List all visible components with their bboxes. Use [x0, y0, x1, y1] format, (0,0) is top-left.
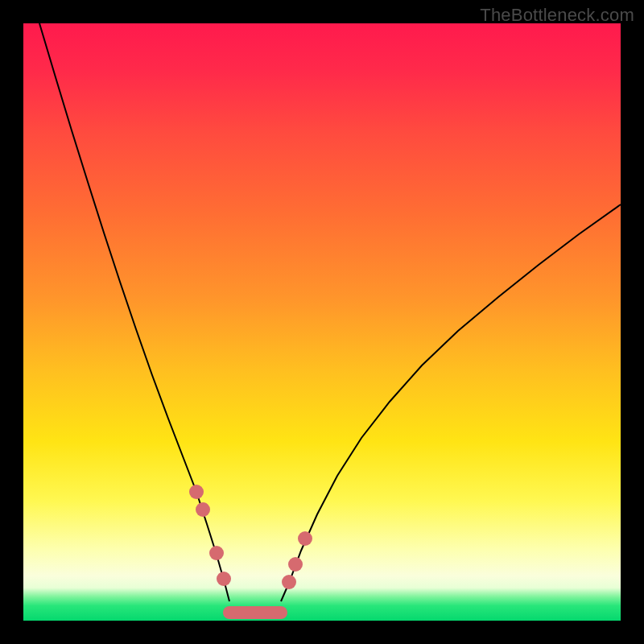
chart-frame: TheBottleneck.com — [0, 0, 644, 644]
right-curve — [281, 204, 621, 601]
marker-dot — [209, 546, 224, 560]
marker-dot — [288, 557, 303, 572]
curve-layer — [23, 23, 621, 621]
watermark-text: TheBottleneck.com — [480, 5, 634, 26]
marker-dot — [189, 485, 204, 499]
marker-dot — [282, 575, 296, 589]
marker-dot — [217, 572, 231, 586]
plot-area — [23, 23, 621, 621]
marker-dot — [196, 502, 210, 517]
marker-dot — [298, 531, 312, 546]
marker-dots — [189, 485, 312, 589]
